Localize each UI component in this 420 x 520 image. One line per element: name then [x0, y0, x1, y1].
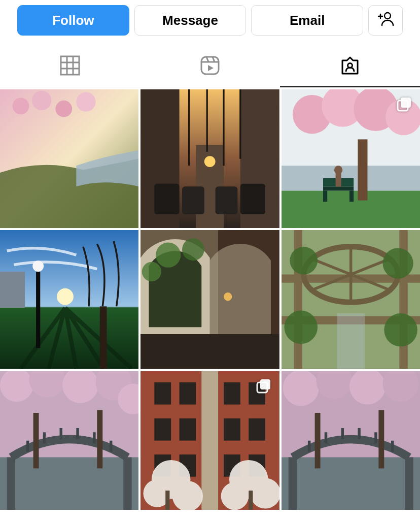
tab-grid[interactable]	[0, 46, 140, 87]
svg-point-50	[156, 243, 181, 268]
tagged-icon	[339, 55, 361, 78]
svg-point-95	[283, 371, 319, 406]
tab-tagged[interactable]	[280, 46, 420, 87]
svg-point-12	[13, 98, 29, 114]
svg-rect-100	[314, 413, 320, 468]
svg-point-13	[32, 91, 51, 110]
svg-rect-34	[323, 191, 327, 202]
svg-rect-33	[323, 186, 354, 190]
svg-point-60	[384, 313, 417, 347]
svg-point-52	[142, 262, 161, 281]
grid-icon	[59, 55, 81, 78]
svg-point-14	[55, 101, 72, 117]
svg-point-15	[76, 92, 95, 111]
svg-point-43	[57, 288, 74, 305]
svg-point-58	[382, 248, 413, 279]
add-person-icon	[377, 11, 394, 30]
svg-rect-44	[36, 272, 40, 348]
svg-rect-78	[249, 418, 266, 441]
svg-rect-76	[180, 418, 196, 441]
svg-point-57	[290, 247, 318, 275]
svg-rect-49	[141, 334, 279, 369]
svg-rect-46	[100, 307, 107, 369]
svg-rect-35	[349, 191, 354, 202]
svg-rect-20	[155, 184, 180, 214]
post-thumbnail[interactable]	[282, 89, 420, 228]
svg-rect-1	[61, 56, 79, 75]
svg-point-24	[204, 156, 216, 167]
post-thumbnail[interactable]	[0, 371, 138, 510]
svg-rect-69	[97, 410, 102, 468]
post-thumbnail[interactable]	[282, 371, 420, 510]
tab-reels[interactable]	[140, 46, 280, 87]
svg-rect-72	[180, 382, 196, 405]
svg-point-51	[182, 239, 204, 261]
svg-point-88	[221, 482, 249, 510]
profile-action-bar: Follow Message Email	[0, 0, 420, 46]
tagged-grid	[0, 89, 420, 510]
suggested-users-button[interactable]	[368, 5, 403, 36]
profile-tabs	[0, 46, 420, 87]
svg-rect-6	[201, 57, 219, 74]
post-thumbnail[interactable]	[141, 89, 279, 228]
svg-rect-21	[182, 186, 204, 214]
svg-rect-99	[282, 457, 420, 510]
svg-rect-92	[260, 379, 270, 389]
svg-rect-23	[240, 184, 265, 214]
svg-rect-75	[155, 418, 171, 441]
carousel-icon	[396, 95, 414, 114]
carousel-icon	[255, 377, 273, 396]
svg-rect-39	[401, 98, 411, 108]
follow-button[interactable]: Follow	[17, 5, 129, 36]
post-thumbnail[interactable]	[0, 89, 138, 228]
svg-rect-28	[358, 139, 367, 200]
post-thumbnail[interactable]	[141, 230, 279, 369]
svg-rect-56	[337, 313, 365, 369]
svg-rect-42	[0, 272, 25, 308]
svg-point-45	[32, 261, 44, 272]
svg-point-59	[284, 311, 318, 344]
svg-rect-91	[249, 491, 253, 510]
message-button[interactable]: Message	[134, 5, 247, 36]
post-thumbnail[interactable]	[141, 371, 279, 510]
email-button[interactable]: Email	[251, 5, 363, 36]
svg-rect-67	[0, 457, 138, 510]
svg-point-89	[250, 478, 279, 508]
svg-point-86	[172, 481, 203, 510]
svg-rect-71	[155, 382, 171, 405]
svg-rect-101	[378, 410, 384, 468]
svg-point-0	[384, 13, 391, 19]
svg-rect-73	[224, 382, 240, 405]
svg-rect-38	[335, 173, 341, 186]
svg-rect-22	[216, 186, 238, 214]
svg-rect-90	[166, 491, 170, 510]
svg-rect-83	[202, 371, 219, 510]
svg-rect-77	[224, 418, 240, 441]
post-thumbnail[interactable]	[282, 230, 420, 369]
reels-icon	[199, 55, 221, 78]
svg-rect-68	[33, 413, 39, 468]
post-thumbnail[interactable]	[0, 230, 138, 369]
svg-point-53	[224, 292, 232, 301]
